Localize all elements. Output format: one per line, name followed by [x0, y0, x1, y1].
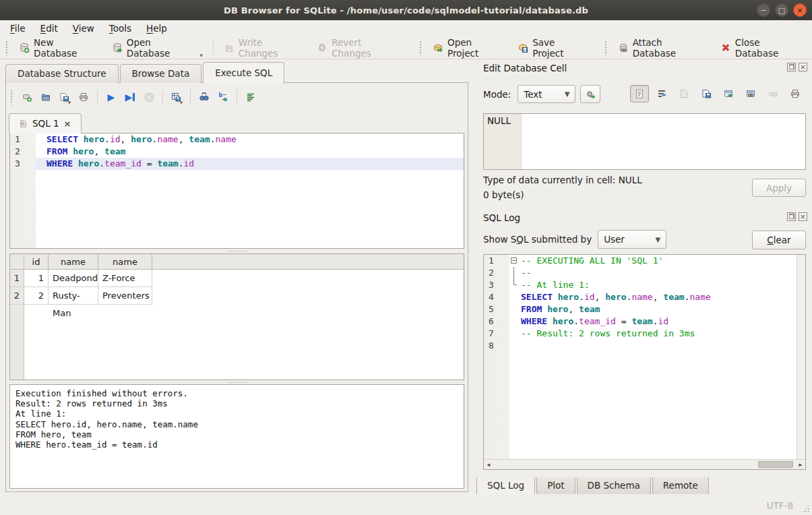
results-column-header[interactable]: id [24, 254, 49, 270]
window-title: DB Browser for SQLite - /home/user/code/… [224, 5, 588, 16]
cell-value-editor[interactable]: NULL [483, 113, 806, 170]
toolbar-grip[interactable] [5, 40, 9, 55]
results-cell[interactable]: Z-Force [98, 270, 152, 287]
resize-grip[interactable] [801, 504, 810, 513]
cell-print-button[interactable] [786, 85, 805, 102]
tab-execute-sql[interactable]: Execute SQL [203, 62, 284, 84]
menu-view[interactable]: View [65, 21, 102, 36]
print-sql-button[interactable] [74, 88, 93, 106]
dock-float-icon[interactable] [787, 212, 796, 221]
results-cell[interactable]: Preventers [98, 287, 152, 305]
cell-word-wrap-button[interactable] [652, 85, 671, 102]
results-cell[interactable]: 2 [24, 287, 49, 305]
find-replace-icon: ba [218, 92, 228, 102]
dock-close-icon[interactable]: × [799, 63, 807, 71]
new-sql-tab-button[interactable] [18, 88, 36, 106]
encoding-indicator[interactable]: UTF-8 [767, 500, 793, 511]
format-sql-button[interactable] [241, 88, 260, 106]
tab-remote[interactable]: Remote [652, 477, 709, 495]
sql1-tab-label: SQL 1 [32, 118, 59, 129]
log-filter-combobox[interactable]: User ▼ [598, 230, 666, 249]
save-project-button[interactable]: Save Project [511, 34, 594, 61]
statusbar: UTF-8 [0, 494, 812, 515]
tab-plot[interactable]: Plot [536, 477, 575, 495]
new-database-button[interactable]: New Database [13, 34, 106, 61]
results-cell[interactable]: Deadpond [49, 270, 98, 287]
save-sql-dropdown-icon[interactable]: ▾ [68, 99, 71, 106]
execute-line-button[interactable]: ▶ [121, 88, 139, 106]
menu-help[interactable]: Help [139, 21, 175, 36]
fold-corner-icon [513, 279, 517, 285]
results-column-header[interactable]: name [49, 254, 98, 270]
scroll-thumb[interactable] [758, 461, 793, 468]
results-column-header[interactable]: name [98, 254, 152, 270]
format-sql-icon [245, 92, 256, 102]
find-icon [199, 92, 210, 102]
log-vertical-scrollbar[interactable] [797, 255, 805, 459]
tab-sql-log[interactable]: SQL Log [476, 477, 535, 496]
dock-float-icon[interactable] [787, 63, 796, 71]
toolbar-grip[interactable] [419, 40, 423, 55]
open-database-button[interactable]: Open Database ▾ [106, 34, 209, 61]
editor-line[interactable]: 2 FROM hero, team [10, 146, 464, 158]
editor-line[interactable]: 1 SELECT hero.id, hero.name, team.name [10, 133, 464, 146]
sql-log-view[interactable]: 1 − -- EXECUTING ALL IN 'SQL 1' 2 -- 3 -… [483, 254, 806, 470]
close-database-button[interactable]: Close Database [714, 34, 812, 61]
sql-toolbar-grip[interactable] [10, 90, 13, 104]
menu-edit[interactable]: Edit [33, 21, 65, 36]
log-horizontal-scrollbar[interactable]: ◀ ▶ [484, 459, 805, 469]
menu-file[interactable]: File [3, 21, 33, 36]
attach-database-icon [618, 42, 629, 53]
fold-collapse-icon[interactable]: − [511, 258, 517, 264]
close-button[interactable]: × [793, 3, 807, 17]
cell-import-button [675, 85, 693, 102]
window-controls: − □ × [757, 3, 807, 17]
open-project-button[interactable]: Open Project [427, 34, 511, 61]
tab-browse-data[interactable]: Browse Data [120, 64, 202, 83]
cell-export-button[interactable] [697, 85, 716, 102]
mode-combobox[interactable]: Text ▼ [518, 85, 575, 103]
save-results-button[interactable]: ▾ [167, 88, 186, 106]
find-button[interactable] [195, 88, 214, 106]
cell-text-mode-button[interactable] [630, 85, 649, 102]
scroll-right-icon[interactable]: ▶ [796, 462, 805, 468]
log-filter-label: Show SQL submitted by [483, 234, 592, 245]
sql1-tab[interactable]: SQL 1 × [9, 113, 82, 133]
dock-tabbar: SQL Log Plot DB Schema Remote [476, 477, 710, 495]
toolbar-grip[interactable] [604, 40, 608, 55]
execution-message[interactable]: Execution finished without errors. Resul… [9, 384, 464, 489]
auto-apply-button[interactable] [580, 85, 600, 103]
editor-line-current[interactable]: 3 WHERE hero.team_id = team.id [10, 158, 464, 170]
results-cell[interactable]: 1 [24, 270, 49, 287]
results-corner-header[interactable] [10, 254, 24, 270]
results-row-header[interactable]: 1 [10, 270, 24, 287]
open-sql-file-button[interactable] [36, 88, 55, 106]
clear-log-button[interactable]: Clear [752, 231, 806, 249]
results-row-header[interactable]: 2 [10, 287, 24, 305]
cell-link-button[interactable] [741, 85, 760, 102]
tab-db-schema[interactable]: DB Schema [577, 477, 651, 495]
save-results-dropdown-icon[interactable]: ▾ [180, 99, 183, 106]
minimize-icon: − [760, 7, 766, 14]
sql-editor[interactable]: 1 SELECT hero.id, hero.name, team.name 2… [9, 133, 464, 249]
combo-arrow-icon: ▼ [655, 236, 660, 243]
sql1-tab-close-icon[interactable]: × [64, 119, 71, 128]
scroll-left-icon[interactable]: ◀ [484, 462, 493, 468]
minimize-button[interactable]: − [757, 3, 770, 17]
execute-all-button[interactable]: ▶ [102, 88, 121, 106]
cell-open-external-button[interactable] [719, 85, 738, 102]
editor-results-splitter[interactable] [9, 249, 464, 253]
save-sql-file-button[interactable]: ▾ [55, 88, 74, 106]
new-tab-icon [22, 92, 32, 102]
menu-tools[interactable]: Tools [102, 21, 139, 36]
dock-close-icon[interactable]: × [799, 212, 807, 221]
results-cell[interactable]: Rusty-Man [49, 287, 98, 305]
maximize-button[interactable]: □ [775, 3, 788, 17]
execute-line-bar-icon [133, 93, 135, 101]
attach-database-button[interactable]: Attach Database [612, 34, 714, 61]
titlebar[interactable]: DB Browser for SQLite - /home/user/code/… [0, 0, 812, 20]
tab-database-structure[interactable]: Database Structure [5, 64, 119, 83]
close-icon: × [797, 7, 803, 14]
open-database-dropdown-icon[interactable]: ▾ [199, 52, 203, 59]
find-replace-button[interactable]: ba [214, 88, 232, 106]
